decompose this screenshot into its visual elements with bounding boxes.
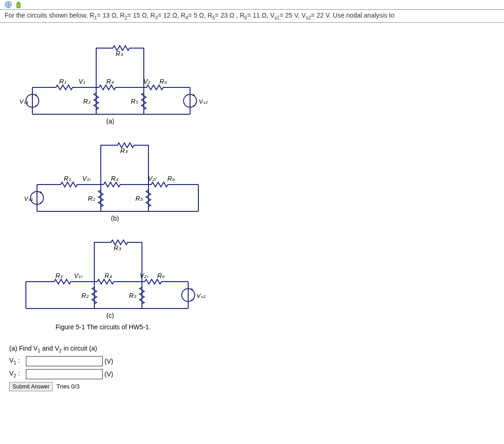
svg-text:R₅: R₅: [129, 292, 136, 299]
svg-text:−: −: [192, 102, 196, 109]
svg-text:Vₛ₂: Vₛ₂: [197, 292, 206, 299]
figure-title: Figure 5-1 The circuits of HW5-1.: [9, 323, 495, 331]
svg-text:+: +: [191, 287, 193, 292]
svg-text:−: −: [35, 102, 38, 109]
svg-text:R₄: R₄: [111, 175, 118, 182]
svg-text:R₅: R₅: [135, 195, 143, 202]
parta-prompt: (a) Find V1 and V2 in circuit (a): [9, 345, 97, 352]
svg-text:R₂: R₂: [88, 195, 95, 202]
svg-text:R₃: R₃: [114, 244, 122, 252]
svg-text:(c): (c): [106, 312, 114, 319]
v1-row: V1 : (V): [9, 356, 495, 366]
label-r2: R₂: [83, 98, 91, 105]
label-r3: R₃: [116, 50, 123, 57]
svg-text:R₃: R₃: [120, 147, 128, 154]
svg-text:V₁ᵣ: V₁ᵣ: [74, 272, 83, 279]
battery-icon[interactable]: [15, 1, 22, 8]
v2-row: V2 : (V): [9, 369, 495, 379]
circuit-a: + − + − Vₛ₁ Vₛ₂ R₁ V₁ R₄ V₂ R₆ R₃ R₂ R₅ …: [9, 32, 222, 124]
globe-icon[interactable]: [5, 1, 12, 8]
label-v1: V₁: [79, 78, 86, 85]
v2-input[interactable]: [26, 369, 103, 379]
problem-statement: For the circuits shown below, R1= 13 Ω, …: [0, 10, 504, 23]
content-area: + − + − Vₛ₁ Vₛ₂ R₁ V₁ R₄ V₂ R₆ R₃ R₂ R₅ …: [0, 23, 504, 401]
svg-text:+: +: [35, 92, 37, 98]
submit-button[interactable]: Submit Answer: [9, 382, 53, 391]
circuit-c: + − Vₛ₂ R₁ V₁ᵣ R₄ V₂ᵣ R₆ R₃ R₂ R₅ (c): [9, 226, 222, 319]
svg-text:(b): (b): [111, 215, 119, 222]
label-r5: R₅: [131, 98, 138, 105]
svg-text:−: −: [191, 296, 194, 303]
label-v2: V₂: [143, 78, 150, 85]
bookmark-strip: [0, 0, 504, 10]
svg-text:+: +: [192, 92, 195, 98]
svg-text:V₂ᵣ: V₂ᵣ: [140, 272, 149, 279]
label-r4: R₄: [106, 78, 114, 85]
svg-text:R₆: R₆: [157, 272, 165, 279]
svg-text:+: +: [39, 190, 42, 195]
svg-text:V₁ₗ: V₁ₗ: [82, 175, 91, 182]
circuit-b: + − Vₛ₁ R₁ V₁ₗ R₄ V₂ₗ R₆ R₃ R₂ R₅ (b): [9, 129, 222, 222]
svg-text:R₆: R₆: [167, 175, 175, 182]
svg-rect-1: [17, 3, 20, 8]
label-vs1: Vₛ₁: [19, 98, 28, 105]
svg-rect-2: [18, 2, 19, 3]
problem-prefix: For the circuits shown below, R: [5, 12, 94, 19]
v1-input[interactable]: [26, 356, 103, 366]
svg-text:V₂ₗ: V₂ₗ: [148, 175, 157, 182]
part-a: (a) Find V1 and V2 in circuit (a) V1 : (…: [9, 345, 495, 391]
caption-a: (a): [106, 117, 114, 124]
v2-unit: (V): [104, 370, 113, 378]
svg-text:−: −: [39, 199, 43, 206]
svg-text:R₁: R₁: [55, 272, 63, 279]
v1-label: V1 :: [9, 357, 24, 365]
label-r1: R₁: [59, 78, 67, 85]
tries-text: Tries 0/3: [56, 383, 80, 390]
svg-text:Vₛ₁: Vₛ₁: [24, 195, 33, 202]
label-r6: R₆: [160, 78, 167, 85]
v2-label: V2 :: [9, 370, 24, 378]
svg-text:R₄: R₄: [104, 272, 112, 279]
v1-unit: (V): [104, 358, 113, 365]
label-vs2: Vₛ₂: [199, 98, 208, 105]
svg-text:R₂: R₂: [81, 292, 89, 299]
svg-text:R₁: R₁: [64, 175, 71, 182]
